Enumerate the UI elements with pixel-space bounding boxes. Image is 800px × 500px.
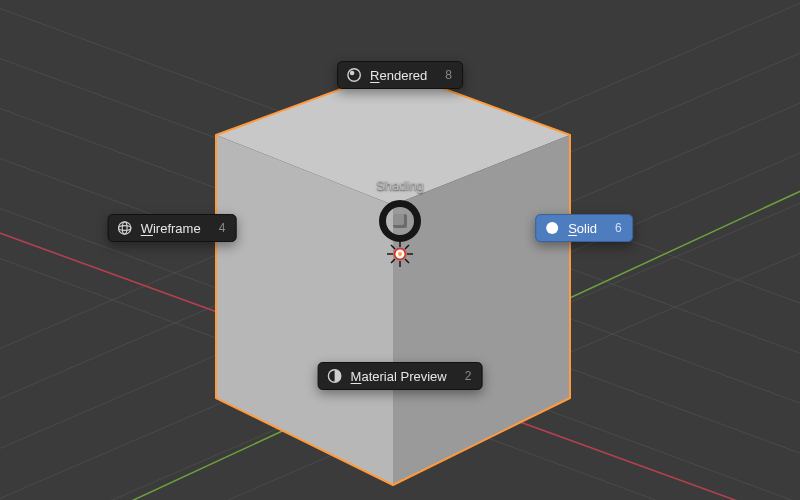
pie-item-hotkey: 8 (445, 68, 452, 82)
rendered-icon (346, 67, 362, 83)
pie-item-solid[interactable]: Solid 6 (535, 214, 633, 242)
pie-center-ring (379, 200, 421, 242)
default-cube (216, 70, 570, 485)
pie-item-label: Material Preview (351, 369, 447, 384)
pie-item-hotkey: 2 (465, 369, 472, 383)
svg-point-26 (348, 69, 360, 81)
pie-center-preview-icon (393, 214, 407, 228)
svg-point-32 (546, 222, 558, 234)
pie-item-hotkey: 6 (615, 221, 622, 235)
pie-item-wireframe[interactable]: Wireframe 4 (108, 214, 237, 242)
svg-point-30 (118, 226, 130, 231)
svg-point-27 (350, 71, 355, 76)
pie-item-label: Solid (568, 221, 597, 236)
pie-item-hotkey: 4 (219, 221, 226, 235)
pie-menu-center[interactable] (379, 200, 421, 242)
material-preview-icon (327, 368, 343, 384)
viewport-3d[interactable]: Shading Rendered 8 Material Preview 2 (0, 0, 800, 500)
svg-point-31 (122, 222, 127, 234)
solid-icon (544, 220, 560, 236)
pie-item-material-preview[interactable]: Material Preview 2 (318, 362, 483, 390)
wireframe-icon (117, 220, 133, 236)
pie-item-label: Rendered (370, 68, 427, 83)
pie-item-rendered[interactable]: Rendered 8 (337, 61, 463, 89)
pie-item-label: Wireframe (141, 221, 201, 236)
svg-point-29 (118, 222, 130, 234)
